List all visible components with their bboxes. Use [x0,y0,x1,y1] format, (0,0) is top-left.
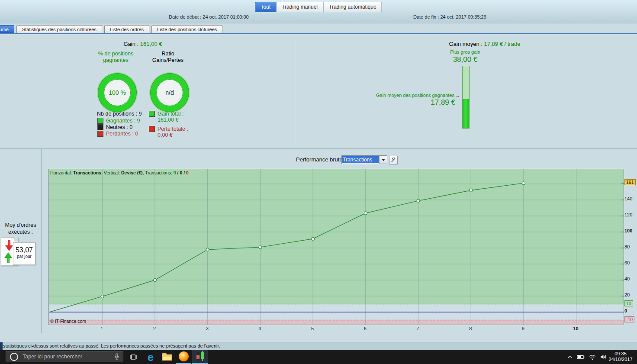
y-tick-label: 10 [624,300,633,306]
win-rate-value: 100 % [109,89,126,96]
date-start: Date de début : 24 oct. 2017 01:00:00 [169,14,249,19]
header-strip: Tout Trading manuel Trading automatique … [0,0,637,23]
green-square-icon [149,111,155,117]
file-explorer-icon[interactable] [159,350,175,364]
tab-tout[interactable]: Tout [255,2,276,12]
volume-icon[interactable] [600,354,607,360]
taskbar-clock[interactable]: 09:35 24/10/2017 [607,351,634,362]
edge-icon[interactable]: e [143,350,158,364]
avg-gain-label: Gain moyen des positions gagnantes [372,93,454,98]
wifi-icon[interactable] [589,354,596,360]
disclaimer-bar: statistiques ci-dessus sont relatives au… [0,342,637,350]
gain-moyen-value: 17,89 € / trade [484,41,521,47]
search-input[interactable] [22,353,114,360]
nb-positions: Nb de positions : 9 [97,111,142,117]
y-tick-label: 40 [624,276,630,281]
left-panel-divider [41,148,42,333]
x-tick-label: 5 [306,326,319,331]
windows-taskbar: e [0,350,637,364]
tab-trading-automatique[interactable]: Trading automatique [323,2,382,12]
clock-time: 09:35 [607,351,634,357]
perte-totale-value: 0,00 € [158,132,173,138]
x-tick-label: 1 [95,326,108,331]
avg-gain-value: 17,89 € [389,98,455,107]
battery-icon[interactable] [577,354,585,360]
task-view-icon[interactable] [125,350,141,364]
x-tick-label: 4 [253,326,266,331]
trading-statistics-window: Tout Trading manuel Trading automatique … [0,0,637,364]
chart-info-line: Horizontal: Transactions, Vertical: Devi… [50,170,189,175]
trading-mode-tabs: Tout Trading manuel Trading automatique [255,2,382,12]
tab-liste-positions-cloturees[interactable]: Liste des positions clôturées [151,25,222,33]
orders-per-day-unit: par jour [13,254,35,259]
legend-neutres: Neutres : 0 [97,124,132,130]
y-axis-labels: 16114012010080604020100-10 [624,169,637,324]
y-tick-label: 100 [624,228,632,233]
y-tick-label: 80 [624,244,630,249]
plus-gros-gain-value: 38,00 € [439,55,491,64]
orders-per-day-value: 53,07 [13,246,35,254]
legend-gagnantes: Gagnantes : 9 [97,118,140,124]
taskbar-search[interactable] [6,351,123,362]
clock-date: 24/10/2017 [607,357,634,362]
info-losses-count: 0 [186,170,189,175]
gain-total-value: 161,00 € [158,117,179,123]
chevron-up-icon[interactable] [567,355,573,359]
dropdown-selected-value: Transactions [342,156,379,163]
cortana-icon[interactable] [10,353,18,361]
chevron-down-icon[interactable] [379,156,387,164]
chart-copyright: © IT-Finance.com [50,319,86,324]
info-sep1: , Vertical: [101,170,121,175]
plus-gros-gain-label: Plus gros gain [439,49,491,55]
tab-statistiques-positions-cloturees[interactable]: Statistiques des positions clôturées [16,25,102,33]
tab-liste-des-ordres[interactable]: Liste des ordres [104,25,149,33]
x-tick-label: 7 [412,326,425,331]
ratio-value: n/d [165,89,174,96]
legend-perdantes: Perdantes : 0 [97,131,138,137]
avg-gain-bar-fill [463,99,469,128]
gain-total-label: Gain total : [158,111,183,117]
trading-app-icon[interactable] [192,350,208,364]
perte-totale: Perte totale : 0,00 € [158,126,188,138]
chart-settings-button[interactable] [389,156,398,164]
microphone-icon[interactable] [114,353,119,360]
red-candle [196,355,199,359]
chart-series-dropdown[interactable]: Transactions [341,155,387,164]
date-end-label: Date de fin : [413,14,439,19]
info-vertical-value: Devise (€) [121,170,143,175]
firefox-icon[interactable] [176,350,191,364]
performance-chart[interactable]: Horizontal: Transactions, Vertical: Devi… [48,169,624,325]
x-tick-label: 2 [148,326,161,331]
y-tick-label: 120 [624,212,632,217]
red-square-icon [97,131,103,137]
performance-line-chart[interactable] [49,169,624,325]
biggest-gain-bar [462,66,470,129]
green-candle [201,352,204,359]
tab-trading-manuel[interactable]: Trading manuel [276,2,323,12]
green-square-icon [97,118,103,124]
window-corner [0,342,3,350]
x-tick-label: 6 [359,326,372,331]
summary-divider [295,37,295,148]
info-horizontal-label: Horizontal: [50,170,73,175]
wrench-icon [391,158,396,163]
orders-per-day-card: 53,07 par jour [13,242,35,265]
y-tick-label: 60 [624,260,630,265]
ratio-donut: n/d [151,74,189,112]
gain-moyen-title: Gain moyen : 17,89 € / trade [420,41,550,47]
chart-title: Performance brute [296,156,343,163]
x-tick-label: 10 [569,326,582,331]
date-start-value: 24 oct. 2017 01:00:00 [203,14,248,19]
x-tick-label: 3 [201,326,214,331]
y-tick-label: 20 [624,292,630,297]
win-rate-donut: 100 % [98,74,136,112]
tab-resume[interactable]: Résumé [0,25,14,33]
info-horizontal-value: Transactions [73,170,101,175]
arrow-up-icon [4,252,12,263]
red-square-icon [149,126,155,132]
ratio-heading-line2: Gains/Pertes [152,57,183,63]
arrow-right-icon: → [454,92,460,99]
gain-label: Gain : [124,41,139,47]
legend-neutres-label: Neutres : 0 [106,124,132,130]
date-end-value: 24 oct. 2017 09:35:29 [440,14,486,19]
